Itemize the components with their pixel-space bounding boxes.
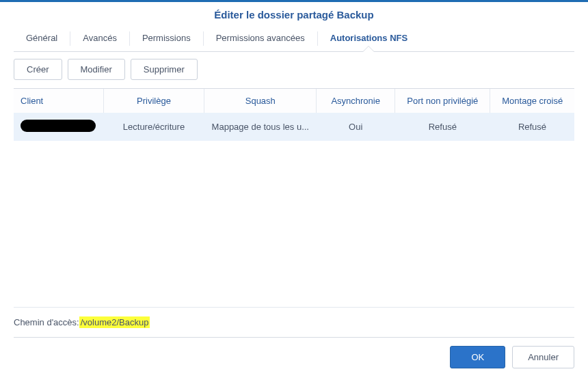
cell-privilege: Lecture/écriture bbox=[103, 113, 204, 141]
cell-async: Oui bbox=[317, 113, 395, 141]
ok-button[interactable]: OK bbox=[450, 346, 505, 368]
cell-port: Refusé bbox=[395, 113, 490, 141]
col-mount[interactable]: Montage croisé bbox=[490, 89, 574, 113]
cell-mount: Refusé bbox=[490, 113, 574, 141]
edit-shared-folder-dialog: Éditer le dossier partagé Backup Général… bbox=[0, 0, 588, 378]
redacted-client bbox=[21, 120, 96, 132]
col-port[interactable]: Port non privilégié bbox=[395, 89, 490, 113]
tab-general[interactable]: Général bbox=[14, 26, 70, 51]
create-button[interactable]: Créer bbox=[14, 59, 62, 80]
tab-advanced[interactable]: Avancés bbox=[70, 26, 129, 51]
modify-button[interactable]: Modifier bbox=[68, 59, 125, 80]
cancel-button[interactable]: Annuler bbox=[512, 346, 574, 368]
tabs: Général Avancés Permissions Permissions … bbox=[14, 26, 574, 52]
dialog-title: Éditer le dossier partagé Backup bbox=[0, 2, 588, 26]
path-label: Chemin d'accès: bbox=[14, 317, 79, 327]
col-privilege[interactable]: Privilège bbox=[103, 89, 204, 113]
table-header-row: Client Privilège Squash Asynchronie Port… bbox=[14, 89, 574, 113]
tab-permissions[interactable]: Permissions bbox=[130, 26, 203, 51]
mount-path: Chemin d'accès:/volume2/Backup bbox=[0, 308, 588, 333]
delete-button[interactable]: Supprimer bbox=[131, 59, 198, 80]
tab-advanced-permissions[interactable]: Permissions avancées bbox=[204, 26, 317, 51]
tab-nfs-permissions[interactable]: Autorisations NFS bbox=[318, 26, 420, 51]
col-async[interactable]: Asynchronie bbox=[317, 89, 395, 113]
cell-client bbox=[14, 113, 103, 141]
toolbar: Créer Modifier Supprimer bbox=[0, 59, 588, 88]
cell-squash: Mappage de tous les u... bbox=[204, 113, 317, 141]
nfs-rules-table-wrap: Client Privilège Squash Asynchronie Port… bbox=[14, 88, 574, 308]
nfs-rules-table: Client Privilège Squash Asynchronie Port… bbox=[14, 89, 574, 141]
col-client[interactable]: Client bbox=[14, 89, 103, 113]
col-squash[interactable]: Squash bbox=[204, 89, 317, 113]
footer-buttons: OK Annuler bbox=[0, 338, 588, 378]
table-row[interactable]: Lecture/écriture Mappage de tous les u..… bbox=[14, 113, 574, 141]
path-value: /volume2/Backup bbox=[79, 316, 150, 328]
